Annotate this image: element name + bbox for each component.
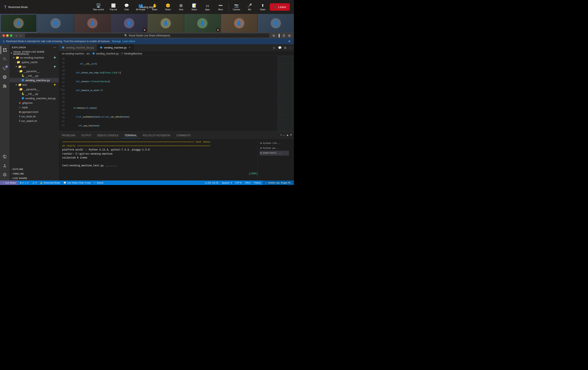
terminal-tab[interactable]: TERMINAL [122,133,140,138]
branch-status-item[interactable]: ⎇ 4 [30,180,38,185]
toggle-inline-chat-icon[interactable]: 💬 [277,46,282,50]
code-content[interactable]: def __init__(self): self._choice_can_map… [69,56,277,131]
more-button[interactable]: ••• More [214,2,227,12]
share-button[interactable]: ⬆ Share [257,2,269,12]
timeline-section[interactable]: › TIMELINE [10,171,59,176]
video-thumb-2[interactable]: 👤 [37,14,74,32]
terminal-content[interactable]: ========================================… [59,139,294,180]
comments-tab[interactable]: COMMENTS [173,133,193,138]
tab-close-button[interactable]: ✕ [128,46,131,49]
src-pycache-folder[interactable]: › 📁 __pycache__ [10,69,59,73]
run-watch-file[interactable]: $ run_watch.sh [10,119,59,123]
breadcrumb-root[interactable]: ns-vending-machine [62,52,84,55]
camera-button[interactable]: 📷 Camera [230,2,243,12]
run-debug-activity-icon[interactable] [1,73,9,81]
close-window-button[interactable] [2,34,5,37]
extensions-activity-icon[interactable] [1,82,9,90]
react-button[interactable]: 😊 React [162,2,174,12]
tab-vending-machine[interactable]: 🔷 vending_machine.py ✕ [97,44,134,51]
video-thumb-5[interactable]: 👤 [147,14,184,32]
errors-status-item[interactable]: ⊗ 0 ⚠ 0 [18,180,30,185]
replit-file[interactable]: ≡ .replit [10,105,59,110]
new-file-icon[interactable]: ··· [53,46,56,49]
back-button[interactable]: ‹ [15,33,18,38]
problems-tab[interactable]: PROBLEMS [59,133,78,138]
video-thumb-4[interactable]: 👤 🔇 [111,14,147,32]
customize-layout-icon[interactable]: ⊞ [287,33,291,38]
source-control-activity-icon[interactable]: 3 [1,64,9,72]
pytest-cache-folder[interactable]: › 📁 .pytest_cache [10,60,59,64]
notes-button[interactable]: 📝 Notes [188,2,200,12]
restricted-mode-status-item[interactable]: 🔒 Restricted Mode [38,180,62,185]
test-folder[interactable]: ▼ 📁 test [10,82,59,87]
polyglot-notebook-tab[interactable]: POLYGLOT NOTEBOOK [140,133,173,138]
address-bar[interactable]: 🔍 Visual Studio Live Share (Workspace) [25,33,269,38]
learn-more-link[interactable]: Learn More [122,40,135,43]
video-thumb-3[interactable]: 👤 [74,14,111,32]
breadcrumb-class[interactable]: VendingMachine [124,52,142,55]
test-init-file[interactable]: 🐍 __init__.py [10,91,59,96]
live-share-status-item[interactable]: ↔ Live Share [0,180,18,185]
language-mode-status[interactable]: Python [252,180,262,185]
video-thumb-8[interactable]: 👤 [258,14,294,32]
more-actions-icon[interactable]: ··· [288,46,292,50]
cursor-position-status[interactable]: Ln 60, Col 32 [203,180,220,185]
explorer-activity-icon[interactable] [1,46,9,54]
workspace-root-item[interactable]: ▼ VISUAL STUDIO LIVE SHARE (WORKSPACE) [10,51,59,55]
output-tab[interactable]: OUTPUT [78,133,94,138]
search-activity-icon[interactable] [1,55,9,63]
maximize-window-button[interactable] [10,34,12,37]
indentation-status[interactable]: Spaces: 4 [220,180,234,185]
encoding-status[interactable]: UTF-8 [233,180,243,185]
vending-machine-test-file[interactable]: 🔷 vending_machine_test.py [10,96,59,100]
breadcrumb-file[interactable]: vending_machine.py [96,52,118,55]
toggle-panel-icon[interactable]: ☰ [282,33,286,38]
accounts-icon[interactable] [1,161,9,170]
split-editor-icon[interactable]: ⧉ [272,33,276,38]
chat-button[interactable]: 💬 Chat [120,2,133,12]
gitignore-file[interactable]: ◆ .gitignore [10,100,59,105]
outline-section[interactable]: › OUTLINE [10,167,59,171]
manage-link[interactable]: Manage [112,40,121,43]
mic-button[interactable]: 🎤 Mic [243,2,256,12]
terminal-session-3[interactable]: ⊞ powershell ... [260,151,289,156]
settings-icon[interactable] [1,171,9,179]
banner-close-button[interactable]: ✕ [288,40,291,43]
eol-status[interactable]: CRLF [243,180,252,185]
take-control-button[interactable]: 🖥️ Take control [90,2,106,12]
video-thumb-6[interactable]: 👤 🔇 [184,14,220,32]
live-share-label: LIVE SHARE [12,177,27,180]
split-right-icon[interactable]: ⊏ [272,46,276,50]
remote-explorer-icon[interactable] [1,152,9,161]
video-thumb-1[interactable]: 👤 [0,14,37,32]
apps-button[interactable]: ⚏ Apps [201,2,214,12]
split-editor-down-icon[interactable]: ⊟ [283,46,287,50]
ns-vending-machine-folder[interactable]: ▼ 📁 ns-vending-machine [10,55,59,60]
leave-button[interactable]: 📞 Leave [270,3,290,11]
pop-out-button[interactable]: ⬜ Pop out [107,2,120,12]
run-tests-file[interactable]: $ run_tests.sh [10,114,59,119]
tab-vending-machine-test[interactable]: 🔷 vending_machine_test.py [59,44,97,51]
panel-menu-icon[interactable]: ⌄ [283,133,285,137]
terminal-session-1[interactable]: ⊞ Python 170... [260,141,289,146]
debug-console-tab[interactable]: DEBUG CONSOLE [94,133,122,138]
forward-button[interactable]: › [19,33,23,38]
add-terminal-icon[interactable]: + [280,133,282,137]
video-thumb-7[interactable]: 👤 [221,14,257,32]
live-share-chat-status[interactable]: 💬 Live Share Chat: 4 new [62,180,92,185]
breadcrumb-src[interactable]: src [86,52,90,55]
maximize-panel-icon[interactable]: ▲ [286,133,289,137]
pyproject-file[interactable]: ◆ pyproject.toml [10,110,59,114]
bottom-user-status[interactable]: 👤 Dinther van, Rogier Ri... [263,180,294,185]
view-button[interactable]: ⊞ View [175,2,187,12]
close-panel-icon[interactable]: ✕ [290,133,292,137]
terminal-session-2[interactable]: ⊞ Python po... [260,146,289,151]
vending-machine-file[interactable]: 🔷 vending_machine.py [10,78,59,82]
src-init-file[interactable]: 🐍 __init__.py [10,73,59,78]
joined-status[interactable]: ✓ Joined [92,180,105,185]
src-folder[interactable]: ▼ 📁 src [10,64,59,69]
toggle-primary-sidebar-icon[interactable]: ▐ [277,33,281,38]
minimize-window-button[interactable] [6,34,9,37]
test-pycache-folder[interactable]: › 📁 __pycache__ [10,87,59,91]
live-share-section[interactable]: › LIVE SHARE [10,176,59,180]
